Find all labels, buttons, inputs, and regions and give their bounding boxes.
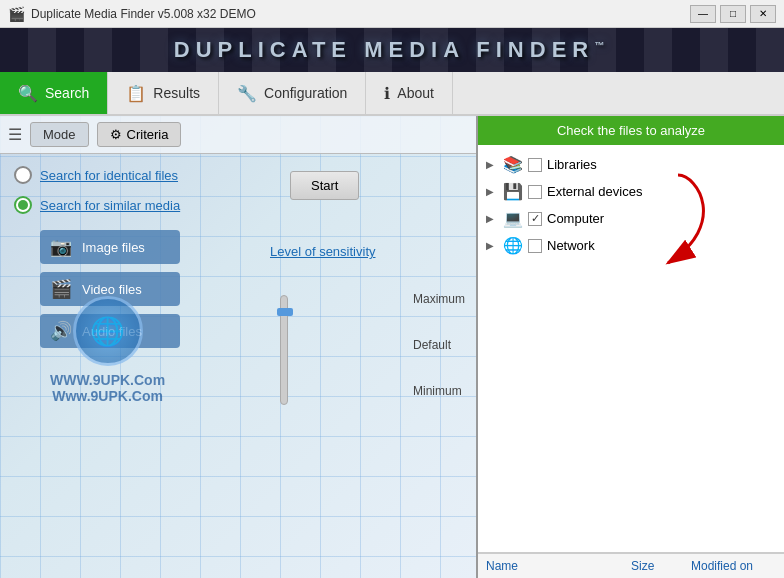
results-nav-icon: 📋 — [126, 84, 146, 103]
right-panel: Check the files to analyze ▶ 📚 Libraries… — [476, 116, 784, 578]
slider-track — [280, 295, 288, 405]
computer-checkbox[interactable]: ✓ — [528, 212, 542, 226]
media-type-video[interactable]: 🎬 Video files — [40, 272, 180, 306]
maximize-button[interactable]: □ — [720, 5, 746, 23]
tree-item-external[interactable]: ▶ 💾 External devices — [478, 178, 784, 205]
left-panel: ☰ Mode ⚙ Criteria Search for identical f… — [0, 116, 476, 578]
tree-item-computer[interactable]: ▶ 💻 ✓ Computer — [478, 205, 784, 232]
chevron-right-icon-3: ▶ — [486, 213, 498, 224]
col-name: Name — [486, 559, 631, 573]
col-modified: Modified on — [691, 559, 776, 573]
minimize-button[interactable]: — — [690, 5, 716, 23]
search-similar-label[interactable]: Search for similar media — [40, 198, 180, 213]
start-button-area: Start — [290, 171, 359, 212]
camera-icon: 📷 — [50, 236, 72, 258]
libraries-label: Libraries — [547, 157, 597, 172]
media-type-audio[interactable]: 🔊 Audio files — [40, 314, 180, 348]
network-checkbox[interactable] — [528, 239, 542, 253]
tab-configuration[interactable]: 🔧 Configuration — [219, 72, 366, 114]
search-identical-label[interactable]: Search for identical files — [40, 168, 178, 183]
window-controls: — □ ✕ — [690, 5, 776, 23]
titlebar: 🎬 Duplicate Media Finder v5.008 x32 DEMO… — [0, 0, 784, 28]
libraries-icon: 📚 — [503, 155, 523, 174]
sensitivity-labels: Maximum Default Minimum — [413, 292, 465, 398]
similar-radio[interactable] — [14, 196, 32, 214]
video-icon: 🎬 — [50, 278, 72, 300]
search-nav-icon: 🔍 — [18, 84, 38, 103]
search-identical-option[interactable]: Search for identical files — [14, 166, 462, 184]
tab-about[interactable]: ℹ About — [366, 72, 453, 114]
app-icon: 🎬 — [8, 6, 25, 22]
external-icon: 💾 — [503, 182, 523, 201]
computer-label: Computer — [547, 211, 604, 226]
chevron-right-icon-4: ▶ — [486, 240, 498, 251]
libraries-checkbox[interactable] — [528, 158, 542, 172]
start-button[interactable]: Start — [290, 171, 359, 200]
config-nav-icon: 🔧 — [237, 84, 257, 103]
criteria-tab[interactable]: ⚙ Criteria — [97, 122, 182, 147]
sensitivity-area: Level of sensitivity Maximum Default Min… — [270, 244, 465, 397]
audio-icon: 🔊 — [50, 320, 72, 342]
search-similar-option[interactable]: Search for similar media — [14, 196, 462, 214]
chevron-right-icon: ▶ — [486, 159, 498, 170]
app-banner: DUPLICATE MEDIA FINDER™ — [0, 28, 784, 72]
external-label: External devices — [547, 184, 642, 199]
computer-icon: 💻 — [503, 209, 523, 228]
media-type-image[interactable]: 📷 Image files — [40, 230, 180, 264]
navigation-bar: 🔍 Search 📋 Results 🔧 Configuration ℹ Abo… — [0, 72, 784, 116]
tree-item-libraries[interactable]: ▶ 📚 Libraries — [478, 151, 784, 178]
tab-results[interactable]: 📋 Results — [108, 72, 219, 114]
identical-radio[interactable] — [14, 166, 32, 184]
file-tree: ▶ 📚 Libraries ▶ 💾 External devices ▶ 💻 ✓… — [478, 145, 784, 553]
close-button[interactable]: ✕ — [750, 5, 776, 23]
external-checkbox[interactable] — [528, 185, 542, 199]
title-text: Duplicate Media Finder v5.008 x32 DEMO — [31, 7, 690, 21]
file-list-header: Name Size Modified on — [478, 553, 784, 578]
files-header: Check the files to analyze — [478, 116, 784, 145]
gear-icon: ⚙ — [110, 127, 122, 142]
network-label: Network — [547, 238, 595, 253]
mode-criteria-bar: ☰ Mode ⚙ Criteria — [0, 116, 476, 154]
slider-thumb[interactable] — [277, 308, 293, 316]
chevron-right-icon-2: ▶ — [486, 186, 498, 197]
tree-item-network[interactable]: ▶ 🌐 Network — [478, 232, 784, 259]
sensitivity-label[interactable]: Level of sensitivity — [270, 244, 465, 259]
col-size: Size — [631, 559, 691, 573]
main-area: ☰ Mode ⚙ Criteria Search for identical f… — [0, 116, 784, 578]
network-icon: 🌐 — [503, 236, 523, 255]
about-nav-icon: ℹ — [384, 84, 390, 103]
mode-tab[interactable]: Mode — [30, 122, 89, 147]
tab-search[interactable]: 🔍 Search — [0, 72, 108, 114]
hamburger-icon: ☰ — [8, 125, 22, 144]
banner-title: DUPLICATE MEDIA FINDER™ — [174, 37, 610, 63]
